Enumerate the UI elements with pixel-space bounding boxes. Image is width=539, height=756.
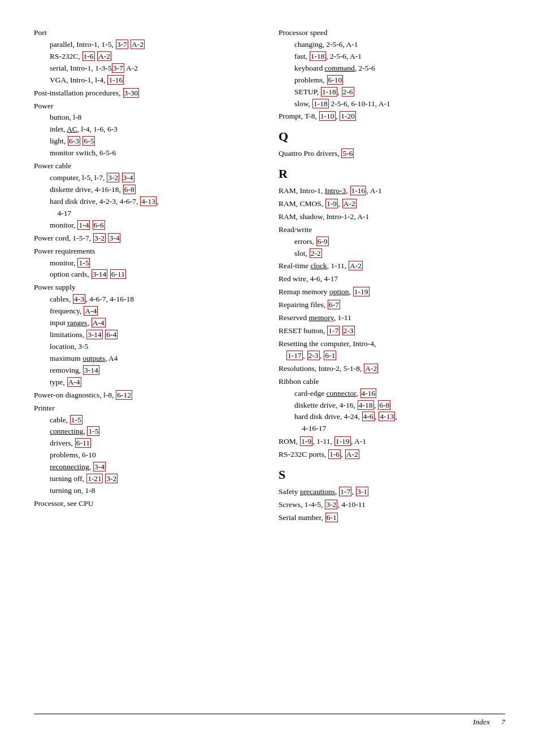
ref-1-21: 1-21 bbox=[86, 474, 103, 483]
entry-main-power-req: Power requirements bbox=[34, 247, 95, 255]
ref-4-3: 4-3 bbox=[73, 294, 85, 304]
ref-1-10: 1-10 bbox=[319, 111, 336, 121]
right-column: Processor speed changing, 2-5-6, A-1 fas… bbox=[279, 27, 505, 525]
sub-port-rs232c: RS-232C, 1-6 A-2 bbox=[50, 51, 260, 63]
sub-entries-power-supply: cables, 4-3, 4-6-7, 4-16-18 frequency, A… bbox=[34, 294, 260, 388]
entry-power-cable: Power cable computer, l-5, l-7, 3-2 3-4 … bbox=[34, 160, 260, 231]
entry-power: Power button, l-8 inlet, AC, l-4, 1-6, 6… bbox=[34, 100, 260, 160]
sub-ps-location: location, 3-5 bbox=[50, 341, 260, 353]
footer-text: Index 7 bbox=[473, 718, 505, 727]
underline-precautions: precautions bbox=[300, 487, 335, 496]
ref-6-6: 6-6 bbox=[93, 220, 105, 230]
ref-6-11: 6-11 bbox=[110, 269, 126, 279]
ref-3-14b: 3-14 bbox=[86, 330, 103, 339]
entry-screws: Screws, 1-4-5, 3-2, 4-10-11 bbox=[279, 499, 505, 511]
sub-rc-card-edge: card-edge connector, 4-16 bbox=[294, 388, 505, 400]
underline-reconnecting: reconnecting bbox=[50, 462, 89, 471]
entry-red-wire: Red wire, 4-6, 4-17 bbox=[279, 273, 505, 285]
footer-page: 7 bbox=[501, 718, 505, 726]
footer: Index 7 bbox=[34, 714, 505, 727]
ref-1-19b: 1-19 bbox=[334, 436, 351, 446]
underline-ac: AC bbox=[67, 125, 77, 133]
ref-6-8b: 6-8 bbox=[378, 400, 390, 410]
underline-clock: clock bbox=[311, 261, 327, 270]
sub-printer-problems: problems, 6-10 bbox=[50, 449, 260, 461]
ref-1-4: 1-4 bbox=[77, 220, 90, 230]
sub-port-vga: VGA, Intro-1, l-4, 1-16 bbox=[50, 75, 260, 86]
entry-ram1: RAM, Intro-1, Intro-3, 1-16, A-1 bbox=[279, 185, 505, 197]
ref-3-2d: 3-2 bbox=[325, 500, 337, 509]
entry-remap-memory: Remap memory option, 1-19 bbox=[279, 286, 505, 298]
sub-power-cable-computer: computer, l-5, l-7, 3-2 3-4 bbox=[50, 172, 260, 184]
ref-3-4: 3-4 bbox=[122, 173, 134, 182]
ref-a-2f: A-2 bbox=[345, 449, 359, 459]
ref-1-16b: 1-16 bbox=[350, 186, 367, 195]
sub-entries-read-write: errors, 6-9 slot, 2-2 bbox=[279, 236, 505, 260]
ref-6-1b: 6-1 bbox=[325, 513, 338, 522]
entry-main-ribbon-cable: Ribbon cable bbox=[279, 377, 319, 386]
entry-main-power-supply: Power supply bbox=[34, 283, 76, 291]
ref-3-4b: 3-4 bbox=[108, 233, 120, 243]
footer-label: Index bbox=[473, 718, 490, 726]
ref-a-4: A-4 bbox=[84, 306, 98, 316]
section-q: Q bbox=[279, 128, 505, 146]
underline-ranges: ranges bbox=[67, 318, 87, 327]
ref-4-13: 4-13 bbox=[140, 196, 157, 206]
ref-6-9: 6-9 bbox=[316, 237, 329, 246]
sub-printer-turning-on: turning on, 1-8 bbox=[50, 485, 260, 497]
entry-port: Port parallel, Intro-1, 1-5, 3-7 A-2 RS-… bbox=[34, 27, 260, 86]
sub-printer-drivers: drivers, 6-11 bbox=[50, 438, 260, 449]
sub-port-parallel: parallel, Intro-1, 1-5, 3-7 A-2 bbox=[50, 39, 260, 51]
sub-printer-cable: cable, 1-5 bbox=[50, 414, 260, 426]
underline-intro-3: Intro-3 bbox=[325, 186, 346, 195]
ref-6-8: 6-8 bbox=[123, 185, 136, 194]
sub-port-serial: serial, Intro-1, 1-3-53-7 A-2 bbox=[50, 63, 260, 75]
entry-processor-speed: Processor speed changing, 2-5-6, A-1 fas… bbox=[279, 27, 505, 110]
ref-a-4c: A-4 bbox=[67, 377, 81, 387]
entry-power-on-diag: Power-on diagnostics, l-8, 6-12 bbox=[34, 390, 260, 401]
ref-2-3b: 2-3 bbox=[307, 351, 320, 360]
ref-4-13b: 4-13 bbox=[379, 412, 395, 421]
ref-6-7: 6-7 bbox=[328, 300, 340, 309]
ref-4-6: 4-6 bbox=[362, 412, 375, 421]
ref-3-2c: 3-2 bbox=[105, 474, 118, 483]
page: Port parallel, Intro-1, 1-5, 3-7 A-2 RS-… bbox=[0, 0, 539, 756]
ref-3-30: 3-30 bbox=[123, 88, 140, 98]
sub-ps-problems: problems, 6-10 bbox=[294, 75, 505, 86]
underline-option: option bbox=[329, 287, 349, 296]
ref-a-2: A-2 bbox=[131, 40, 145, 49]
entry-ram-shadow: RAM, shadow, Intro-1-2, A-1 bbox=[279, 211, 505, 223]
entry-ram-cmos: RAM, CMOS, 1-9, A-2 bbox=[279, 198, 505, 210]
entry-printer: Printer cable, 1-5 connecting, 1-5 drive… bbox=[34, 403, 260, 497]
entry-real-time-clock: Real-time clock, 1-11, A-2 bbox=[279, 260, 505, 272]
entry-main-processor-speed: Processor speed bbox=[279, 28, 328, 37]
ref-1-9b: 1-9 bbox=[300, 436, 312, 446]
entry-main-printer: Printer bbox=[34, 404, 55, 412]
ref-a-2e: A-2 bbox=[364, 364, 378, 373]
ref-2-6: 2-6 bbox=[342, 87, 354, 97]
sub-entries-port: parallel, Intro-1, 1-5, 3-7 A-2 RS-232C,… bbox=[34, 39, 260, 86]
ref-1-18b: 1-18 bbox=[321, 87, 337, 97]
entry-quattro-pro: Quattro Pro drivers, 5-6 bbox=[279, 148, 505, 160]
underline-connector: connector bbox=[327, 389, 357, 397]
sub-entries-power-req: monitor, 1-5 option cards, 3-14 6-11 bbox=[34, 257, 260, 281]
sub-rc-hdd2: 4-16-17 bbox=[294, 423, 505, 435]
sub-entries-processor-speed: changing, 2-5-6, A-1 fast, 1-18, 2-5-6, … bbox=[279, 39, 505, 110]
sub-printer-reconnecting: reconnecting, 3-4 bbox=[50, 461, 260, 473]
entry-prompt: Prompt, T-8, 1-10, 1-20 bbox=[279, 111, 505, 123]
sub-power-cable-hdd2: 4-17 bbox=[50, 208, 260, 220]
ref-6-12: 6-12 bbox=[116, 390, 132, 400]
ref-1-18: 1-18 bbox=[310, 51, 326, 61]
entry-main-power-cable: Power cable bbox=[34, 161, 71, 170]
ref-3-2b: 3-2 bbox=[93, 233, 106, 243]
ref-2-3: 2-3 bbox=[342, 326, 355, 335]
ref-a-2c: A-2 bbox=[342, 199, 357, 208]
sub-rw-errors: errors, 6-9 bbox=[294, 236, 505, 248]
ref-6-10: 6-10 bbox=[327, 75, 344, 85]
ref-1-6b: 1-6 bbox=[328, 449, 341, 459]
ref-5-6: 5-6 bbox=[341, 148, 354, 158]
sub-ps-type: type, A-4 bbox=[50, 377, 260, 388]
ref-3-7: 3-7 bbox=[116, 40, 128, 49]
ref-1-9: 1-9 bbox=[325, 199, 338, 208]
sub-power-button: button, l-8 bbox=[50, 112, 260, 124]
